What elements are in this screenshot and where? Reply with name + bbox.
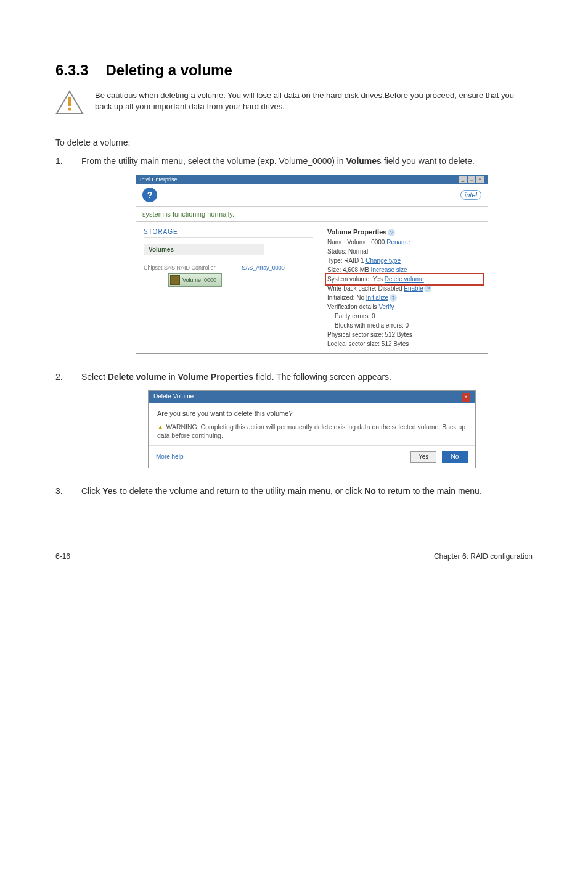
section-heading: 6.3.3Deleting a volume bbox=[55, 62, 533, 79]
prop-value: Parity errors: 0 bbox=[327, 311, 481, 321]
prop-label: Type: bbox=[327, 257, 342, 264]
prop-label: Status: bbox=[327, 248, 346, 255]
prop-value: System volume: Yes bbox=[327, 276, 383, 283]
volume-chip-label: Volume_0000 bbox=[182, 277, 216, 283]
prop-value: Initialized: No bbox=[327, 294, 364, 301]
prop-value: Physical sector size: 512 Bytes bbox=[327, 330, 481, 339]
array-link[interactable]: SAS_Array_0000 bbox=[242, 265, 285, 271]
step-2: 2. Select Delete volume in Volume Proper… bbox=[55, 371, 533, 384]
svg-rect-1 bbox=[68, 97, 71, 106]
step-3: 3. Click Yes to delete the volume and re… bbox=[55, 485, 533, 498]
window-titlebar: Intel Enterprise _ □ × bbox=[136, 175, 488, 184]
volume-chip[interactable]: Volume_0000 bbox=[168, 273, 222, 287]
yes-button[interactable]: Yes bbox=[410, 451, 436, 463]
more-help-link[interactable]: More help bbox=[156, 453, 183, 460]
step-text: Click bbox=[81, 486, 102, 496]
rename-link[interactable]: Rename bbox=[386, 239, 410, 245]
prop-label: Name: bbox=[327, 239, 345, 245]
disk-icon bbox=[170, 275, 180, 285]
step-bold: No bbox=[364, 486, 376, 496]
controller-label: Chipset SAS RAID Controller bbox=[144, 265, 216, 271]
page-footer: 6-16 Chapter 6: RAID configuration bbox=[55, 547, 533, 561]
help-tooltip-icon[interactable]: ? bbox=[390, 294, 397, 302]
prop-value: Logical sector size: 512 Bytes bbox=[327, 339, 481, 349]
page-number: 6-16 bbox=[55, 552, 70, 561]
prop-value: Normal bbox=[348, 248, 368, 255]
step-text: field. The following screen appears. bbox=[253, 372, 391, 382]
step-1: 1. From the utility main menu, select th… bbox=[55, 155, 533, 168]
help-tooltip-icon[interactable]: ? bbox=[424, 285, 431, 292]
step-text: to delete the volume and return to the u… bbox=[117, 486, 364, 496]
dialog-titlebar: Delete Volume × bbox=[149, 391, 475, 403]
step-text: Select bbox=[81, 372, 108, 382]
caution-icon bbox=[55, 90, 84, 115]
volume-properties-title: Volume Properties bbox=[327, 228, 386, 236]
initialize-link[interactable]: Initialize bbox=[366, 294, 388, 301]
prop-value: Verification details bbox=[327, 303, 377, 310]
delete-volume-link[interactable]: Delete volume bbox=[385, 276, 424, 283]
screenshot-delete-dialog: Delete Volume × Are you sure you want to… bbox=[148, 390, 476, 468]
caution-text: Be cautious when deleting a volume. You … bbox=[95, 90, 533, 112]
screenshot-raid-utility: Intel Enterprise _ □ × ? intel system is… bbox=[136, 175, 488, 354]
maximize-icon[interactable]: □ bbox=[468, 176, 475, 183]
step-text: in bbox=[166, 372, 178, 382]
step-bold: Delete volume bbox=[108, 372, 166, 382]
intel-logo: intel bbox=[460, 190, 481, 200]
step-text: field you want to delete. bbox=[382, 156, 475, 166]
step-number: 1. bbox=[55, 155, 81, 168]
step-bold: Yes bbox=[102, 486, 117, 496]
minimize-icon[interactable]: _ bbox=[459, 176, 467, 183]
status-message: system is functioning normally. bbox=[136, 207, 488, 222]
prop-label: Size: bbox=[327, 266, 341, 273]
help-icon[interactable]: ? bbox=[142, 188, 157, 202]
breadcrumb: STORAGE bbox=[144, 228, 313, 238]
prop-value: Write-back cache: Disabled bbox=[327, 285, 402, 292]
increase-size-link[interactable]: Increase size bbox=[371, 266, 407, 273]
caution-block: Be cautious when deleting a volume. You … bbox=[55, 90, 533, 115]
enable-cache-link[interactable]: Enable bbox=[404, 285, 423, 292]
volumes-header: Volumes bbox=[144, 244, 264, 255]
prop-value: Blocks with media errors: 0 bbox=[327, 321, 481, 330]
change-type-link[interactable]: Change type bbox=[365, 257, 401, 264]
heading-number: 6.3.3 bbox=[55, 62, 88, 79]
step-text: to return to the main menu. bbox=[376, 486, 482, 496]
verify-link[interactable]: Verify bbox=[378, 303, 394, 310]
step-text: From the utility main menu, select the v… bbox=[81, 156, 346, 166]
chapter-label: Chapter 6: RAID configuration bbox=[434, 552, 533, 561]
step-bold: Volume Properties bbox=[178, 372, 253, 382]
dialog-question: Are you sure you want to delete this vol… bbox=[157, 410, 467, 417]
close-icon[interactable]: × bbox=[462, 393, 470, 402]
step-number: 3. bbox=[55, 485, 81, 498]
dialog-title: Delete Volume bbox=[153, 393, 194, 402]
svg-point-2 bbox=[68, 107, 71, 110]
warning-icon: ▲ bbox=[157, 423, 163, 432]
step-bold: Volumes bbox=[346, 156, 382, 166]
warning-label: WARNING: bbox=[166, 423, 198, 431]
help-tooltip-icon[interactable]: ? bbox=[388, 229, 395, 236]
heading-title: Deleting a volume bbox=[105, 62, 232, 78]
warning-text: Completing this action will permanently … bbox=[157, 423, 465, 439]
prop-value: RAID 1 bbox=[344, 257, 364, 264]
window-title: Intel Enterprise bbox=[140, 176, 178, 183]
close-icon[interactable]: × bbox=[476, 176, 484, 183]
step-number: 2. bbox=[55, 371, 81, 384]
intro-text: To delete a volume: bbox=[55, 137, 533, 149]
prop-value: 4,608 MB bbox=[343, 266, 369, 273]
no-button[interactable]: No bbox=[442, 451, 468, 463]
prop-value: Volume_0000 bbox=[347, 239, 385, 245]
